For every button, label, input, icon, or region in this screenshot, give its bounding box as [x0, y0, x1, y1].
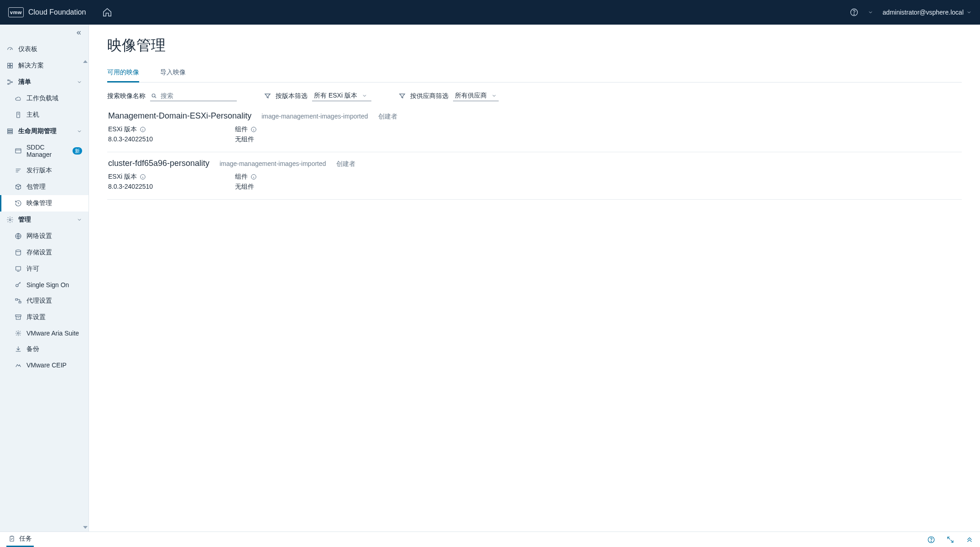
search-input-wrap[interactable] — [150, 91, 237, 101]
cloud-icon — [15, 95, 22, 102]
sidebar-collapse-button[interactable] — [0, 25, 89, 41]
footer-bar: 任务 — [0, 532, 980, 547]
network-icon — [15, 232, 22, 240]
sidebar-item-dashboard[interactable]: 仪表板 — [0, 41, 89, 57]
svg-point-1 — [854, 14, 855, 15]
storage-icon — [15, 249, 22, 256]
chevron-double-left-icon — [76, 30, 82, 36]
sidebar-item-repo[interactable]: 库设置 — [0, 309, 89, 325]
sidebar-item-storage[interactable]: 存储设置 — [0, 244, 89, 261]
image-created-by-label: 创建者 — [378, 113, 397, 121]
sidebar-item-label: 备份 — [26, 345, 39, 353]
sidebar-item-sddc-manager[interactable]: SDDC Manager 新 — [0, 139, 89, 162]
image-created-by-label: 创建者 — [336, 160, 355, 168]
components-label: 组件 — [235, 125, 248, 134]
esxi-version-column: ESXi 版本 8.0.3-24022510 — [108, 173, 153, 191]
svg-rect-5 — [10, 66, 13, 68]
image-tag: image-management-images-imported — [261, 113, 368, 120]
scroll-down-icon — [83, 525, 88, 530]
svg-rect-20 — [19, 301, 21, 303]
product-name: Cloud Foundation — [28, 8, 86, 16]
footer-tasks-tab[interactable]: 任务 — [6, 532, 34, 547]
home-button[interactable] — [99, 5, 115, 20]
tab-available-images[interactable]: 可用的映像 — [107, 66, 139, 83]
expand-icon[interactable] — [946, 536, 954, 544]
search-input[interactable] — [160, 92, 236, 100]
filter-version-select[interactable]: 所有 ESXi 版本 — [312, 91, 371, 101]
svg-rect-17 — [16, 267, 21, 270]
gauge-icon — [6, 46, 14, 53]
release-icon — [15, 167, 22, 174]
info-icon[interactable] — [140, 126, 146, 133]
puzzle-icon — [6, 62, 14, 69]
sidebar-item-release[interactable]: 发行版本 — [0, 162, 89, 179]
page-title: 映像管理 — [107, 36, 962, 56]
filter-vendor-select[interactable]: 所有供应商 — [453, 91, 499, 101]
sidebar-item-ceip[interactable]: VMware CEIP — [0, 357, 89, 373]
svg-point-14 — [9, 219, 11, 221]
footer-help-icon[interactable] — [927, 536, 935, 544]
info-icon[interactable] — [140, 174, 146, 180]
sidebar-group-admin[interactable]: 管理 — [0, 212, 89, 228]
tree-icon — [6, 78, 14, 86]
help-button[interactable] — [850, 8, 859, 17]
sidebar-item-label: 映像管理 — [26, 199, 52, 207]
sidebar-item-label: 代理设置 — [26, 297, 52, 305]
sidebar-item-label: 主机 — [26, 111, 39, 119]
search-icon — [151, 93, 157, 99]
search-block: 搜索映像名称 — [107, 91, 237, 101]
chevron-double-up-icon[interactable] — [965, 536, 974, 544]
sidebar-group-lifecycle[interactable]: 生命周期管理 — [0, 123, 89, 139]
quick-dropdown[interactable] — [868, 10, 873, 15]
sidebar-item-proxy[interactable]: 代理设置 — [0, 293, 89, 309]
new-badge: 新 — [73, 147, 82, 155]
sidebar-group-label: 生命周期管理 — [18, 127, 57, 135]
sidebar-item-image-management[interactable]: 映像管理 — [0, 195, 89, 212]
svg-rect-10 — [8, 129, 13, 130]
sidebar-item-label: 库设置 — [26, 313, 46, 321]
components-label: 组件 — [235, 173, 248, 181]
filter-vendor-value: 所有供应商 — [455, 92, 487, 100]
sidebar-item-package[interactable]: 包管理 — [0, 179, 89, 195]
tab-import-images[interactable]: 导入映像 — [160, 66, 186, 82]
sidebar-item-sso[interactable]: Single Sign On — [0, 277, 89, 293]
sidebar-nav: 仪表板 解决方案 清单 工作负载域 主机 生命周期管理 — [0, 41, 89, 532]
archive-icon — [15, 314, 22, 321]
sidebar-item-network[interactable]: 网络设置 — [0, 228, 89, 244]
chevron-down-icon — [868, 10, 873, 15]
sidebar-item-solutions[interactable]: 解决方案 — [0, 57, 89, 74]
user-label: administrator@vsphere.local — [882, 9, 964, 16]
tabs: 可用的映像 导入映像 — [107, 66, 962, 83]
sidebar-item-label: 工作负载域 — [26, 94, 58, 103]
image-name: cluster-fdf65a96-personality — [108, 159, 209, 168]
brand: vmw Cloud Foundation — [8, 7, 86, 17]
sidebar-item-host[interactable]: 主机 — [0, 107, 89, 123]
sidebar-item-label: 仪表板 — [18, 45, 37, 53]
search-label: 搜索映像名称 — [107, 92, 146, 100]
svg-rect-2 — [8, 63, 10, 66]
sidebar-item-license[interactable]: 许可 — [0, 261, 89, 277]
download-icon — [15, 346, 22, 353]
info-icon[interactable] — [250, 126, 257, 133]
sidebar: 仪表板 解决方案 清单 工作负载域 主机 生命周期管理 — [0, 25, 89, 532]
filter-icon — [399, 93, 406, 99]
telemetry-icon — [15, 361, 22, 369]
sidebar-item-aria[interactable]: VMware Aria Suite — [0, 325, 89, 341]
image-list: Management-Domain-ESXi-Personality image… — [107, 105, 962, 200]
sidebar-item-label: 发行版本 — [26, 166, 52, 175]
user-menu[interactable]: administrator@vsphere.local — [882, 9, 972, 16]
info-icon[interactable] — [250, 174, 257, 180]
chevron-down-icon — [491, 93, 497, 98]
sidebar-item-backup[interactable]: 备份 — [0, 341, 89, 357]
sidebar-group-inventory[interactable]: 清单 — [0, 74, 89, 90]
footer-tasks-label: 任务 — [19, 535, 32, 543]
vmw-logo: vmw — [8, 7, 24, 17]
filter-vendor-block: 按供应商筛选 所有供应商 — [399, 91, 499, 101]
gear-icon — [15, 330, 22, 337]
sidebar-item-workload-domain[interactable]: 工作负载域 — [0, 90, 89, 107]
esxi-version-value: 8.0.3-24022510 — [108, 135, 153, 143]
window-icon — [15, 147, 22, 155]
key-icon — [15, 281, 22, 289]
sidebar-item-label: 包管理 — [26, 183, 46, 191]
chevron-down-icon — [362, 93, 367, 98]
